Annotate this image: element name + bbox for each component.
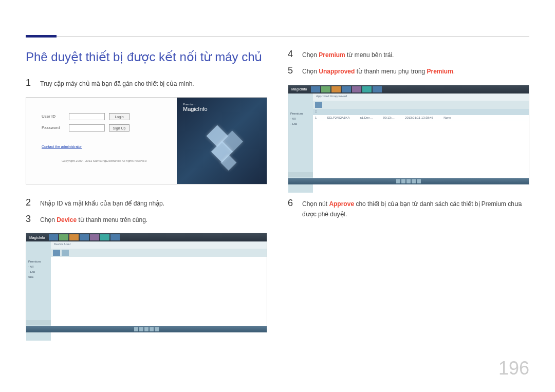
step-text: Chọn Premium từ menu bên trái. [302,50,394,60]
signup-button[interactable]: Sign Up [109,124,130,132]
unapp-footer [288,178,529,184]
nav-icon[interactable] [49,234,58,240]
highlight-approve: Approve [329,200,354,208]
sidebar-footer [288,172,313,177]
step-3: 3 Chọn Device từ thanh menu trên cùng. [26,214,267,225]
tool-icon[interactable] [53,250,60,256]
highlight-premium-2: Premium [427,68,453,75]
pager[interactable] [396,179,421,183]
step-text: Chọn nút Approve cho thiết bị của bạn từ… [302,199,529,220]
highlight-device: Device [57,216,77,223]
step-text: Nhập ID và mật khẩu của bạn để đăng nhập… [40,198,164,209]
brand-name: MagicInfo [183,106,208,112]
step-6: 6 Chọn nút Approve cho thiết bị của bạn … [288,198,529,220]
nav-icon[interactable] [352,86,361,92]
cell: SELP2452A1KA [327,116,349,120]
step-text: Chọn Device từ thanh menu trên cùng. [40,215,147,225]
page-number: 196 [498,358,529,379]
nav-icon[interactable] [59,234,68,240]
screenshot-device: MagicInfo Device User [26,233,267,333]
table-row[interactable]: 1 SELP2452A1KA a1.Dev… 00:13:… 2013:01:1… [313,115,529,121]
device-subbar: Device User [26,241,267,257]
sidebar-item-lite[interactable]: - Lite [28,270,49,273]
text-pre: Chọn [302,51,319,59]
device-sidebar-head [26,241,51,257]
copyright-text: Copyright 2009 - 2013 SamsungElectronics… [42,159,166,162]
nav-icon[interactable] [321,86,330,92]
cell: 2013:01:11 13:38:46 [405,116,433,120]
nav-icon[interactable] [311,86,320,92]
pager[interactable] [134,327,159,331]
nav-icon[interactable] [342,86,351,92]
sidebar-item-premium[interactable]: Premium [290,112,311,115]
step-number: 2 [26,197,33,208]
sidebar-item-lite[interactable]: - Lite [290,122,311,125]
nav-icon[interactable] [373,86,382,92]
nav-icon[interactable] [80,234,89,240]
text-pre: Chọn [302,68,319,75]
sidebar-footer [26,320,51,325]
step-text: Truy cập máy chủ mà bạn đã gán cho thiết… [40,79,194,89]
step-text: Chọn Unapproved từ thanh menu phụ trong … [302,66,455,77]
highlight-premium: Premium [319,51,345,59]
tool-icon[interactable] [315,102,322,108]
tool-icon[interactable] [62,250,69,256]
text-mid: từ thanh menu phụ trong [355,68,427,75]
text-post: từ thanh menu trên cùng. [77,216,147,223]
brand-small: Premium [183,103,208,106]
unapp-topbar: MagicInfo [288,85,529,94]
left-column: Phê duyệt thiết bị được kết nối từ máy c… [26,49,267,346]
nav-icon[interactable] [331,86,341,92]
right-column: 4 Chọn Premium từ menu bên trái. 5 Chọn … [288,49,529,346]
header-accent [26,35,57,38]
app-logo: MagicInfo [291,87,307,91]
content: Phê duyệt thiết bị được kết nối từ máy c… [26,49,529,346]
nav-icon[interactable] [90,234,99,240]
text-pre: Chọn nút [302,200,329,208]
user-id-input[interactable] [69,113,105,120]
table-header: □ [313,109,529,115]
step-number: 6 [288,198,295,209]
app-logo: MagicInfo [29,236,45,239]
nav-icon[interactable] [110,234,120,240]
unapp-toolbar [313,101,529,109]
step-2: 2 Nhập ID và mật khẩu của bạn để đăng nh… [26,197,267,209]
nav-icon[interactable] [69,234,79,240]
header-rule [26,36,529,36]
step-1: 1 Truy cập máy chủ mà bạn đã gán cho thi… [26,78,267,89]
step-number: 4 [288,49,295,60]
cell: 00:13:… [383,116,395,120]
step-number: 1 [26,78,33,88]
brand-logo: Premium MagicInfo [183,103,208,112]
login-brand-panel: Premium MagicInfo [177,98,267,184]
device-topbar: MagicInfo [26,233,267,241]
user-id-label: User ID [42,114,65,119]
sidebar-item-site[interactable]: Site [28,275,49,278]
sidebar-item-all[interactable]: - All [290,117,311,120]
device-footer [26,326,267,332]
page-title: Phê duyệt thiết bị được kết nối từ máy c… [26,49,267,65]
unapp-subbar: Approved Unapproved [288,94,529,109]
password-input[interactable] [69,124,105,132]
contact-admin-link[interactable]: Contact the administrator [42,145,82,148]
device-toolbar [51,249,267,257]
nav-icon[interactable] [362,86,372,92]
device-tabs[interactable]: Device User [51,241,267,249]
sidebar-item-all[interactable]: - All [28,265,49,268]
step-number: 5 [288,65,295,76]
text-pre: Chọn [40,216,57,223]
sidebar-item-premium[interactable]: Premium [28,260,49,263]
nav-icon[interactable] [100,234,109,240]
screenshot-login: User ID Login Password Sign Up Contact t… [26,97,267,184]
cell: None [443,116,451,120]
cell: 1 [315,116,317,120]
text-post: từ menu bên trái. [345,51,394,59]
login-button[interactable]: Login [109,113,130,120]
unapp-tabs[interactable]: Approved Unapproved [313,94,529,101]
password-label: Password [42,125,65,130]
screenshot-unapproved: MagicInfo Approved Unapproved [288,85,529,185]
step-4: 4 Chọn Premium từ menu bên trái. [288,49,529,60]
text-post: . [453,68,455,75]
login-form-area: User ID Login Password Sign Up Contact t… [26,98,177,184]
step-5: 5 Chọn Unapproved từ thanh menu phụ tron… [288,65,529,77]
